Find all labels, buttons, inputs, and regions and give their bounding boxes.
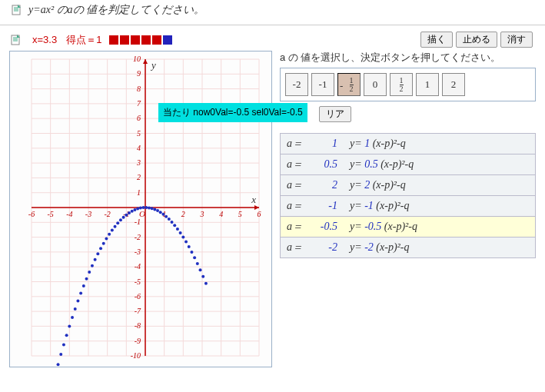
svg-point-102 xyxy=(133,208,136,211)
svg-point-107 xyxy=(148,206,151,209)
choice-button-3[interactable]: 0 xyxy=(364,73,387,96)
svg-text:10: 10 xyxy=(133,55,141,63)
svg-point-105 xyxy=(142,206,145,209)
svg-text:-9: -9 xyxy=(135,337,141,345)
svg-point-86 xyxy=(88,271,91,274)
svg-point-100 xyxy=(128,211,131,214)
question-text: y=ax² のaの 値を判定してください。 xyxy=(28,3,204,17)
draw-button[interactable]: 描く xyxy=(420,32,453,48)
svg-text:-7: -7 xyxy=(135,307,141,315)
doc-icon xyxy=(11,35,22,45)
svg-point-123 xyxy=(193,256,196,259)
svg-text:7: 7 xyxy=(137,99,141,108)
score-square xyxy=(131,35,140,45)
result-row: a＝1y= 1 (x-p)²-q xyxy=(280,133,536,154)
svg-text:3: 3 xyxy=(136,158,141,167)
svg-text:-3: -3 xyxy=(85,210,91,218)
svg-point-96 xyxy=(116,221,119,224)
svg-text:-6: -6 xyxy=(135,292,141,301)
svg-point-103 xyxy=(136,208,139,211)
svg-text:1: 1 xyxy=(137,188,141,197)
clear-button[interactable]: リア xyxy=(319,106,351,122)
instruction-text: a の 値を選択し、決定ボタンを押してください。 xyxy=(280,51,536,65)
result-list: a＝1y= 1 (x-p)²-qa＝0.5y= 0.5 (x-p)²-qa＝2y… xyxy=(280,133,536,258)
score-square xyxy=(152,35,161,45)
choice-button-0[interactable]: -2 xyxy=(285,73,308,96)
svg-point-76 xyxy=(59,353,62,356)
svg-text:-2: -2 xyxy=(104,210,110,218)
svg-text:x: x xyxy=(251,194,256,205)
choice-button-1[interactable]: -1 xyxy=(311,73,334,96)
svg-point-111 xyxy=(159,211,162,214)
svg-point-84 xyxy=(82,284,85,287)
score-squares xyxy=(109,35,172,45)
score-value: 得点＝1 xyxy=(66,33,101,47)
svg-point-89 xyxy=(96,252,99,255)
choice-button-5[interactable]: 1 xyxy=(416,73,439,96)
question-bar: y=ax² のaの 値を判定してください。 xyxy=(0,0,545,25)
svg-text:-4: -4 xyxy=(66,210,72,218)
doc-icon xyxy=(12,5,22,15)
svg-point-83 xyxy=(79,292,82,295)
svg-text:-5: -5 xyxy=(47,210,53,218)
svg-marker-39 xyxy=(143,59,148,64)
svg-point-88 xyxy=(94,258,97,261)
svg-point-108 xyxy=(151,207,154,210)
svg-text:y: y xyxy=(150,59,156,71)
svg-point-77 xyxy=(62,343,65,346)
svg-point-110 xyxy=(156,209,159,212)
svg-point-116 xyxy=(173,224,176,227)
svg-text:-2: -2 xyxy=(135,233,141,241)
svg-point-106 xyxy=(145,206,148,209)
score-square xyxy=(120,35,129,45)
svg-text:4: 4 xyxy=(219,210,223,218)
svg-point-118 xyxy=(179,231,182,234)
score-square xyxy=(109,35,118,45)
score-square xyxy=(141,35,151,45)
stop-button[interactable]: 止める xyxy=(456,32,497,48)
tooltip: 当たり now0Val=-0.5 sel0Val=-0.5 xyxy=(158,103,307,122)
erase-button[interactable]: 消す xyxy=(500,32,533,48)
svg-point-80 xyxy=(71,316,74,319)
svg-point-81 xyxy=(74,307,77,311)
svg-text:3: 3 xyxy=(200,210,204,218)
svg-point-79 xyxy=(68,324,71,327)
svg-point-113 xyxy=(164,215,168,218)
svg-point-112 xyxy=(161,213,164,216)
result-row: a＝-0.5y= -0.5 (x-p)²-q xyxy=(280,217,536,238)
score-square xyxy=(163,35,172,45)
svg-text:-1: -1 xyxy=(135,218,141,226)
result-row: a＝0.5y= 0.5 (x-p)²-q xyxy=(280,154,536,175)
svg-point-109 xyxy=(153,208,156,211)
svg-text:2: 2 xyxy=(181,210,185,218)
svg-point-93 xyxy=(108,233,111,236)
choice-button-6[interactable]: 2 xyxy=(442,73,465,96)
svg-point-98 xyxy=(122,216,125,219)
svg-text:-4: -4 xyxy=(135,262,141,271)
result-row: a＝-1y= -1 (x-p)²-q xyxy=(280,196,536,217)
svg-text:-10: -10 xyxy=(131,351,141,360)
svg-text:6: 6 xyxy=(258,210,261,218)
svg-point-75 xyxy=(57,363,60,366)
svg-point-94 xyxy=(111,229,114,232)
svg-point-91 xyxy=(102,242,105,245)
result-row: a＝2y= 2 (x-p)²-q xyxy=(280,175,536,196)
choice-box: -2-1-1201212 xyxy=(280,68,536,101)
svg-point-92 xyxy=(105,238,108,241)
choice-button-4[interactable]: 12 xyxy=(390,73,413,96)
graph-panel: -6-5-4-3-2-1123456-10-9-8-7-6-5-4-3-2-11… xyxy=(9,51,272,367)
svg-point-117 xyxy=(176,228,179,231)
svg-text:-3: -3 xyxy=(135,247,141,256)
svg-point-126 xyxy=(201,275,204,278)
svg-point-85 xyxy=(85,277,88,281)
choice-button-2[interactable]: -12 xyxy=(337,73,361,96)
svg-point-120 xyxy=(184,241,188,244)
svg-point-121 xyxy=(188,245,191,248)
svg-text:4: 4 xyxy=(137,144,141,152)
result-row: a＝-2y= -2 (x-p)²-q xyxy=(280,238,536,258)
svg-point-78 xyxy=(65,334,68,337)
svg-text:5: 5 xyxy=(238,210,242,218)
svg-point-97 xyxy=(119,218,122,221)
svg-point-125 xyxy=(199,268,202,271)
status-row: x=3.3 得点＝1 描く 止める 消す xyxy=(9,30,536,49)
